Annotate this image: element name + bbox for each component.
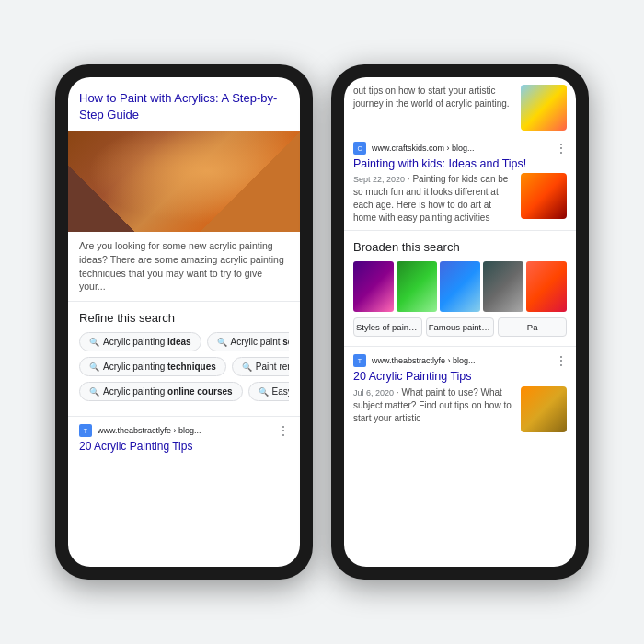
search-icon-3: 🔍 bbox=[89, 362, 99, 372]
right-result1-date: Sept 22, 2020 bbox=[353, 175, 405, 184]
right-result1-thumbnail bbox=[521, 173, 567, 219]
left-result-source: T www.theabstractlyfe › blog... ⋮ bbox=[79, 424, 289, 437]
paint-brush-decoration bbox=[68, 131, 300, 232]
right-bottom-result: T www.theabstractlyfe › blog... ⋮ 20 Acr… bbox=[344, 347, 576, 440]
broaden-image-2 bbox=[397, 261, 437, 312]
chip-easy[interactable]: 🔍 Easy ac bbox=[248, 382, 289, 401]
right-favicon-2: T bbox=[353, 354, 366, 367]
left-favicon: T bbox=[79, 424, 92, 437]
broaden-chip-painters[interactable]: Famous painters bbox=[426, 317, 495, 337]
broaden-image-1 bbox=[353, 261, 394, 312]
chips-row-1: 🔍 Acrylic painting ideas 🔍 Acrylic paint… bbox=[79, 332, 289, 351]
right-favicon-1: C bbox=[353, 142, 366, 155]
right-result2-date: Jul 6, 2020 bbox=[353, 388, 394, 397]
chip-techniques[interactable]: 🔍 Acrylic painting techniques bbox=[79, 357, 226, 376]
right-top-snippet: out tips on how to start your artistic j… bbox=[344, 77, 576, 136]
refine-title: Refine this search bbox=[79, 311, 289, 325]
refine-section: Refine this search 🔍 Acrylic painting id… bbox=[68, 301, 300, 416]
right-source-url-2: www.theabstractlyfe › blog... bbox=[372, 356, 476, 365]
right-snippet2: Sept 22, 2020 · Painting for kids can be… bbox=[353, 173, 567, 224]
left-three-dots[interactable]: ⋮ bbox=[278, 424, 289, 437]
right-snippet-text: out tips on how to start your artistic j… bbox=[353, 85, 515, 131]
left-article-title[interactable]: How to Paint with Acrylics: A Step-by-St… bbox=[68, 77, 300, 131]
right-three-dots-2[interactable]: ⋮ bbox=[556, 354, 567, 367]
search-icon-4: 🔍 bbox=[242, 362, 252, 372]
right-snippet-thumbnail bbox=[521, 85, 567, 131]
right-result1-title[interactable]: Painting with kids: Ideas and Tips! bbox=[353, 157, 567, 170]
right-snippet2-text: Sept 22, 2020 · Painting for kids can be… bbox=[353, 173, 515, 224]
broaden-image-4 bbox=[483, 261, 523, 312]
right-result1-source: C www.craftskids.com › blog... ⋮ bbox=[353, 142, 567, 155]
right-result-1: C www.craftskids.com › blog... ⋮ Paintin… bbox=[344, 136, 576, 230]
chips-row-2: 🔍 Acrylic painting techniques 🔍 Paint re… bbox=[79, 357, 289, 376]
broaden-chip-styles[interactable]: Styles of painting bbox=[353, 317, 422, 337]
right-three-dots-1[interactable]: ⋮ bbox=[556, 142, 567, 155]
left-source-url: www.theabstractlyfe › blog... bbox=[98, 426, 201, 435]
chip-paint-remo[interactable]: 🔍 Paint remo bbox=[232, 357, 289, 376]
right-screen: out tips on how to start your artistic j… bbox=[344, 77, 576, 567]
search-icon: 🔍 bbox=[89, 338, 99, 347]
broaden-images-row bbox=[353, 261, 567, 312]
broaden-section: Broaden this search Styles of painting F… bbox=[344, 230, 576, 347]
broaden-image-5 bbox=[526, 261, 567, 312]
broaden-image-3 bbox=[440, 261, 480, 312]
broaden-chips-row: Styles of painting Famous painters Pa bbox=[353, 317, 567, 337]
left-article-image bbox=[68, 131, 300, 232]
right-source-url-1: www.craftskids.com › blog... bbox=[372, 144, 475, 153]
right-bottom-snippet: Jul 6, 2020 · What paint to use? What su… bbox=[353, 386, 567, 432]
broaden-chip-pa[interactable]: Pa bbox=[498, 317, 567, 337]
search-icon-6: 🔍 bbox=[259, 387, 269, 397]
broaden-title: Broaden this search bbox=[353, 240, 567, 254]
chips-row-3: 🔍 Acrylic painting online courses 🔍 Easy… bbox=[79, 382, 289, 401]
chip-paint-sets[interactable]: 🔍 Acrylic paint sets bbox=[207, 332, 289, 351]
left-screen: How to Paint with Acrylics: A Step-by-St… bbox=[68, 77, 300, 567]
right-result2-snippet: Jul 6, 2020 · What paint to use? What su… bbox=[353, 386, 515, 432]
search-icon-2: 🔍 bbox=[217, 338, 227, 347]
left-bottom-result: T www.theabstractlyfe › blog... ⋮ 20 Acr… bbox=[68, 416, 300, 462]
chip-online-courses[interactable]: 🔍 Acrylic painting online courses bbox=[79, 382, 243, 401]
left-result-title[interactable]: 20 Acrylic Painting Tips bbox=[79, 440, 289, 454]
chip-ideas[interactable]: 🔍 Acrylic painting ideas bbox=[79, 332, 201, 351]
left-article-snippet: Are you looking for some new acrylic pai… bbox=[68, 232, 300, 301]
right-phone: out tips on how to start your artistic j… bbox=[331, 64, 589, 580]
left-phone: How to Paint with Acrylics: A Step-by-St… bbox=[55, 64, 313, 580]
search-icon-5: 🔍 bbox=[89, 387, 99, 397]
right-result2-title[interactable]: 20 Acrylic Painting Tips bbox=[353, 370, 567, 383]
right-result2-source: T www.theabstractlyfe › blog... ⋮ bbox=[353, 354, 567, 367]
right-result2-thumbnail bbox=[521, 386, 567, 432]
